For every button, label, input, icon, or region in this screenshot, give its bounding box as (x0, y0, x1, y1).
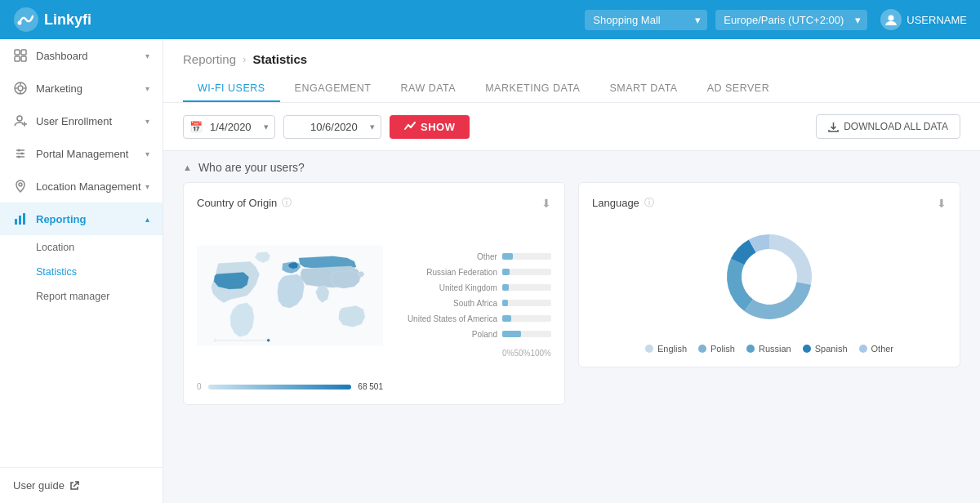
world-map: 0 68 501 (197, 218, 383, 391)
svg-rect-24 (19, 216, 21, 225)
donut-segment (744, 282, 811, 319)
chevron-down-icon: ▾ (145, 117, 149, 126)
bar-chart-icon (13, 211, 28, 226)
date-to-select[interactable]: 10/6/2020 (283, 115, 381, 139)
timezone-select[interactable]: Europe/Paris (UTC+2:00) (715, 10, 867, 30)
sidebar-subitem-report-manager[interactable]: Report manager (36, 284, 163, 309)
user-guide-link[interactable]: User guide (13, 479, 149, 492)
user-menu[interactable]: USERNAME (880, 9, 967, 30)
reporting-submenu: Location Statistics Report manager (0, 235, 163, 309)
svg-rect-23 (15, 219, 17, 225)
svg-line-26 (74, 482, 78, 487)
bar-row: Poland (391, 330, 551, 339)
bar-row: Other (391, 252, 551, 261)
map-pin-icon (13, 179, 28, 194)
donut-segment (769, 234, 812, 285)
info-icon[interactable]: ⓘ (282, 196, 292, 210)
svg-point-2 (889, 16, 894, 21)
svg-rect-6 (21, 56, 26, 61)
user-plus-icon (13, 114, 28, 128)
scale-bar: 0 68 501 (197, 382, 383, 391)
legend-item: Other (859, 344, 894, 354)
chevron-up-icon: ▴ (145, 215, 149, 224)
chevron-down-icon: ▾ (145, 149, 149, 158)
donut-segment (727, 259, 753, 311)
svg-point-13 (17, 116, 22, 121)
user-icon (884, 13, 898, 26)
country-download-icon[interactable]: ⬇ (541, 197, 551, 210)
sidebar-subitem-location[interactable]: Location (36, 235, 163, 260)
tab-wifi-users[interactable]: WI-FI USERS (183, 76, 280, 102)
sidebar-item-location-management[interactable]: Location Management ▾ (0, 170, 163, 203)
date-from-wrap[interactable]: 📅 1/4/2020 (183, 115, 275, 139)
tab-smart-data[interactable]: SMART DATA (595, 76, 692, 102)
sidebar-bottom: User guide (0, 467, 163, 503)
date-from-select[interactable]: 1/4/2020 (183, 115, 275, 139)
language-card: Language ⓘ ⬇ EnglishPolishRussianSpanish… (578, 182, 960, 367)
chevron-down-icon: ▾ (145, 182, 149, 191)
trending-up-icon (404, 121, 416, 132)
svg-rect-25 (23, 213, 25, 225)
country-bar-chart: Other Russian Federation United Kingdom … (383, 218, 551, 391)
legend-item: English (645, 344, 687, 354)
language-download-icon[interactable]: ⬇ (937, 197, 947, 210)
bar-row: Russian Federation (391, 268, 551, 277)
scale-bar-gradient (208, 385, 352, 389)
info-icon[interactable]: ⓘ (644, 196, 654, 210)
tabs: WI-FI USERS ENGAGEMENT RAW DATA MARKETIN… (183, 76, 960, 102)
topnav-controls: Shopping Mall Europe/Paris (UTC+2:00) US… (585, 9, 967, 30)
topnav: Linkyfi Shopping Mall Europe/Paris (UTC+… (0, 0, 980, 39)
legend-item: Polish (698, 344, 735, 354)
tab-marketing-data[interactable]: MARKETING DATA (470, 76, 595, 102)
logo: Linkyfi (13, 7, 585, 33)
download-icon (828, 122, 839, 132)
timezone-select-wrap[interactable]: Europe/Paris (UTC+2:00) (715, 10, 867, 30)
grid-icon (13, 48, 28, 63)
bar-row: South Africa (391, 299, 551, 308)
bar-row: United Kingdom (391, 283, 551, 292)
show-button[interactable]: SHOW (390, 115, 470, 139)
toolbar: 📅 1/4/2020 10/6/2020 SHOW (163, 103, 980, 151)
sidebar-subitem-statistics[interactable]: Statistics (36, 260, 163, 284)
sidebar-item-marketing[interactable]: Marketing ▾ (0, 72, 163, 105)
location-select-wrap[interactable]: Shopping Mall (585, 10, 707, 30)
user-avatar-icon (880, 9, 902, 30)
sidebar-item-dashboard[interactable]: Dashboard ▾ (0, 39, 163, 72)
sidebar-item-portal-management[interactable]: Portal Management ▾ (0, 137, 163, 170)
donut-svg (712, 220, 826, 334)
logo-icon (13, 7, 39, 33)
external-link-icon (69, 481, 79, 491)
country-card-title: Country of Origin ⓘ (197, 196, 292, 210)
sidebar-item-reporting[interactable]: Reporting ▴ (0, 203, 163, 235)
svg-rect-3 (15, 50, 20, 55)
location-select[interactable]: Shopping Mall (585, 10, 707, 30)
legend-dot (859, 345, 867, 353)
language-legend: EnglishPolishRussianSpanishOther (592, 344, 947, 354)
donut-chart (592, 220, 947, 334)
main-section: ▲ Who are your users? Country of Origin … (163, 151, 980, 503)
tab-ad-server[interactable]: AD SERVER (693, 76, 785, 102)
date-to-wrap[interactable]: 10/6/2020 (283, 115, 381, 139)
legend-item: Russian (746, 344, 791, 354)
svg-point-8 (18, 86, 23, 91)
tab-engagement[interactable]: ENGAGEMENT (280, 76, 386, 102)
svg-point-22 (19, 183, 22, 186)
sidebar-item-user-enrollment[interactable]: User Enrollment ▾ (0, 105, 163, 137)
chevron-down-icon: ▾ (145, 84, 149, 93)
tab-raw-data[interactable]: RAW DATA (386, 76, 471, 102)
language-card-header: Language ⓘ ⬇ (592, 196, 947, 210)
legend-dot (746, 345, 755, 353)
svg-rect-4 (21, 50, 26, 55)
svg-point-1 (18, 21, 22, 25)
main-layout: Dashboard ▾ Marketing ▾ (0, 39, 980, 503)
svg-point-31 (267, 339, 270, 342)
svg-rect-5 (15, 56, 20, 61)
download-all-button[interactable]: DOWNLOAD ALL DATA (816, 114, 960, 139)
section-header[interactable]: ▲ Who are your users? (183, 151, 960, 182)
legend-item: Spanish (803, 344, 848, 354)
content-header: Reporting › Statistics WI-FI USERS ENGAG… (163, 39, 980, 103)
country-chart-area: 0 68 501 Other Russian Federation United… (197, 218, 551, 391)
legend-dot (698, 345, 706, 353)
svg-point-19 (21, 153, 24, 155)
chevron-down-icon: ▾ (145, 51, 149, 60)
